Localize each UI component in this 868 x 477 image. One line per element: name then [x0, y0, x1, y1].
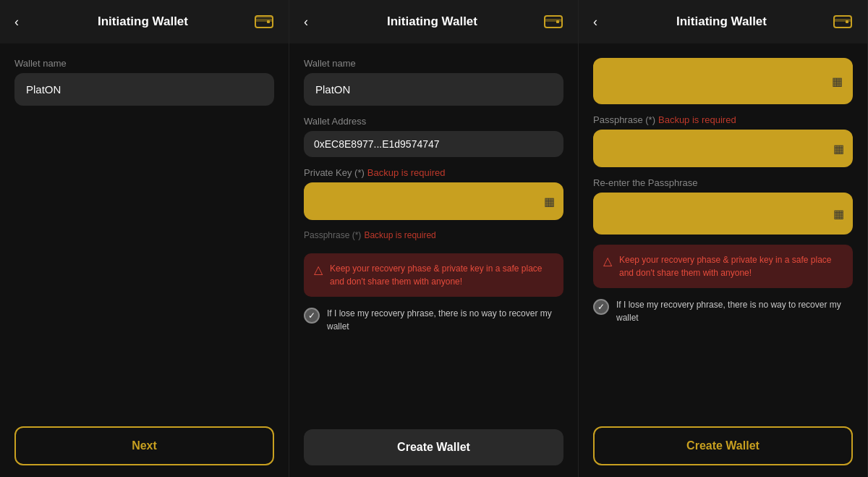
- wallet-icon-1: [254, 12, 274, 32]
- svg-rect-5: [545, 19, 562, 22]
- wallet-name-input-1[interactable]: PlatON: [14, 73, 274, 106]
- copy-private-key-icon[interactable]: ▦: [544, 195, 555, 208]
- back-arrow-1[interactable]: ‹: [14, 14, 32, 30]
- back-arrow-3[interactable]: ‹: [593, 14, 610, 30]
- back-arrow-2[interactable]: ‹: [304, 14, 321, 30]
- warning-text-3: Keep your recovery phase & private key i…: [619, 253, 843, 279]
- panel-3-footer: Create Wallet: [579, 418, 867, 477]
- wallet-address-section: Wallet Address 0xEC8E8977...E1d9574747: [304, 116, 563, 157]
- wallet-icon-2: [543, 12, 563, 32]
- panel-1-footer: Next: [0, 418, 289, 477]
- wallet-address-label: Wallet Address: [304, 116, 563, 127]
- warning-text-2: Keep your recovery phase & private key i…: [330, 262, 553, 288]
- warning-triangle-icon-3: △: [603, 254, 612, 268]
- panel-1-header: ‹ Initiating Wallet: [0, 0, 289, 43]
- wallet-icon-3: [833, 12, 853, 32]
- checkbox-text-2: If I lose my recovery phrase, there is n…: [327, 307, 563, 333]
- wallet-name-label-2: Wallet name: [304, 58, 563, 69]
- svg-rect-3: [255, 16, 273, 18]
- warning-triangle-icon-2: △: [314, 263, 323, 277]
- panel-3-content: ▦ Passphrase (*)Backup is required ▦ Re-…: [579, 43, 867, 418]
- panel-2-header: ‹ Initiating Wallet: [289, 0, 578, 43]
- checkbox-row-3: If I lose my recovery phrase, there is n…: [593, 298, 853, 324]
- panel-1: ‹ Initiating Wallet Wallet name PlatON N…: [0, 0, 289, 477]
- reenter-passphrase-section: Re-enter the Passphrase ▦: [593, 177, 853, 235]
- wallet-name-section-2: Wallet name PlatON: [304, 58, 563, 106]
- copy-reenter-icon[interactable]: ▦: [833, 207, 844, 221]
- private-key-section: Private Key (*)Backup is required ▦: [304, 167, 563, 220]
- passphrase-field-3[interactable]: ▦: [593, 130, 853, 167]
- warning-banner-3: △ Keep your recovery phase & private key…: [593, 245, 853, 288]
- checkbox-text-3: If I lose my recovery phrase, there is n…: [616, 298, 853, 324]
- panel-2-footer: Create Wallet: [289, 421, 578, 477]
- svg-rect-2: [267, 20, 270, 23]
- warning-banner-2: △ Keep your recovery phase & private key…: [304, 253, 563, 297]
- create-wallet-button-3[interactable]: Create Wallet: [593, 426, 853, 465]
- copy-passphrase-icon[interactable]: ▦: [833, 142, 844, 156]
- panel-3-header: ‹ Initiating Wallet: [579, 0, 867, 43]
- svg-rect-1: [255, 19, 273, 22]
- wallet-name-label-1: Wallet name: [14, 58, 274, 69]
- panel-2-title: Initiating Wallet: [321, 14, 543, 29]
- copy-qr-icon[interactable]: ▦: [832, 75, 843, 88]
- reenter-passphrase-field[interactable]: ▦: [593, 193, 853, 235]
- create-wallet-button-2[interactable]: Create Wallet: [304, 429, 563, 465]
- reenter-passphrase-label: Re-enter the Passphrase: [593, 177, 853, 188]
- svg-rect-6: [556, 20, 559, 23]
- passphrase-partial-label: Passphrase (*)Backup is required: [304, 230, 563, 240]
- checkbox-2[interactable]: [304, 308, 320, 324]
- panel-1-content: Wallet name PlatON: [0, 43, 289, 242]
- qr-top-bar: ▦: [593, 58, 853, 104]
- panel-2: ‹ Initiating Wallet Wallet name PlatON W…: [289, 0, 579, 477]
- passphrase-section-3: Passphrase (*)Backup is required ▦: [593, 114, 853, 167]
- wallet-address-field: 0xEC8E8977...E1d9574747: [304, 131, 563, 157]
- panel-1-title: Initiating Wallet: [32, 14, 254, 29]
- next-button[interactable]: Next: [14, 426, 274, 465]
- checkbox-row-2: If I lose my recovery phrase, there is n…: [304, 307, 563, 333]
- svg-rect-8: [834, 19, 851, 22]
- wallet-address-value: 0xEC8E8977...E1d9574747: [314, 138, 553, 150]
- passphrase-partial-section: Passphrase (*)Backup is required: [304, 230, 563, 243]
- private-key-label: Private Key (*)Backup is required: [304, 167, 563, 178]
- wallet-name-input-2[interactable]: PlatON: [304, 73, 563, 106]
- svg-rect-9: [846, 20, 848, 23]
- checkbox-3[interactable]: [593, 299, 609, 315]
- private-key-field[interactable]: ▦: [304, 182, 563, 220]
- top-yellow-bar-section: ▦: [593, 58, 853, 104]
- panel-3-title: Initiating Wallet: [610, 14, 833, 29]
- panel-2-content: Wallet name PlatON Wallet Address 0xEC8E…: [289, 43, 578, 421]
- wallet-name-section-1: Wallet name PlatON: [14, 58, 274, 106]
- panel-3: ‹ Initiating Wallet ▦ Passphrase (*)Back…: [579, 0, 868, 477]
- passphrase-label-3: Passphrase (*)Backup is required: [593, 114, 853, 125]
